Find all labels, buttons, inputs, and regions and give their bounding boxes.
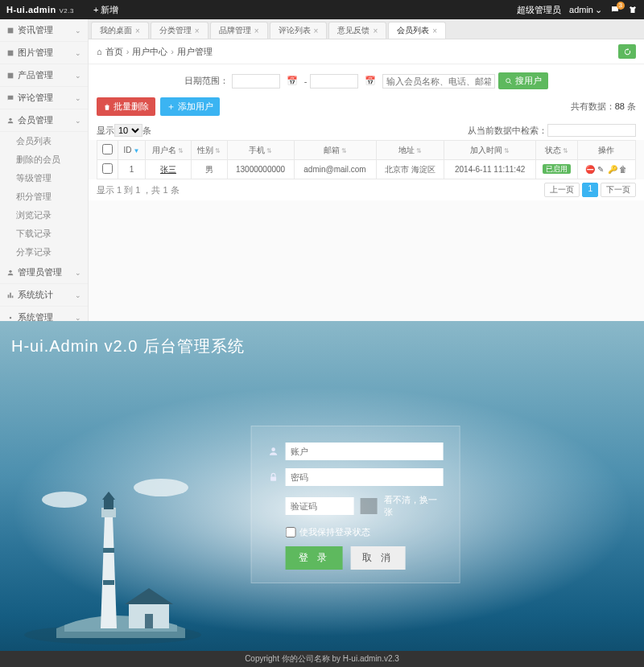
login-button[interactable]: 登 录 (286, 546, 343, 570)
date-from-input[interactable] (232, 74, 280, 89)
sort-icon: ⇅ (266, 147, 272, 154)
tab-brand[interactable]: 品牌管理× (210, 22, 268, 39)
sidebar-sub-member-list[interactable]: 会员列表 (0, 132, 88, 150)
login-panel: H-ui.Admin v2.0 后台管理系统 (0, 321, 644, 667)
cell-phone: 13000000000 (227, 160, 294, 179)
mini-search-label: 从当前数据中检索： (468, 125, 547, 137)
login-title: H-ui.Admin v2.0 后台管理系统 (11, 336, 245, 357)
role-label: 超级管理员 (517, 4, 561, 16)
pager-page-1[interactable]: 1 (582, 183, 598, 197)
svg-point-16 (271, 447, 275, 451)
total-count: 共有数据：88 条 (571, 101, 636, 113)
sidebar-sub-deleted[interactable]: 删除的会员 (0, 150, 88, 169)
password-input[interactable] (286, 468, 444, 486)
op-delete-icon[interactable]: 🗑 (619, 165, 627, 173)
admin-panel: H-ui.admin V2.3 + 新增 超级管理员 admin ⌄ 3 资讯管… (0, 0, 644, 321)
svg-rect-9 (103, 548, 114, 553)
sidebar-item-products[interactable]: 产品管理⌄ (0, 64, 88, 87)
sidebar-item-news[interactable]: 资讯管理⌄ (0, 19, 88, 42)
sidebar-sub-browse[interactable]: 浏览记录 (0, 206, 88, 224)
svg-rect-7 (145, 614, 153, 628)
sort-icon: ⇅ (178, 147, 184, 154)
sidebar-item-members[interactable]: 会员管理⌄ (0, 109, 88, 132)
search-user-button[interactable]: 搜用户 (498, 72, 548, 89)
close-icon[interactable]: × (195, 27, 200, 35)
sidebar-item-system[interactable]: 系统管理⌄ (0, 307, 88, 321)
cancel-button[interactable]: 取 消 (351, 546, 405, 570)
tab-feedback[interactable]: 意见反馈× (328, 22, 386, 39)
add-user-button[interactable]: ＋ 添加用户 (160, 97, 220, 116)
sort-icon: ⇅ (341, 147, 347, 154)
sidebar-sub-level[interactable]: 等级管理 (0, 169, 88, 187)
tab-category[interactable]: 分类管理× (151, 22, 208, 39)
sidebar-item-pictures[interactable]: 图片管理⌄ (0, 42, 88, 64)
refresh-button[interactable] (618, 44, 636, 59)
tab-members[interactable]: 会员列表× (388, 22, 446, 39)
password-field (268, 468, 444, 486)
close-icon[interactable]: × (314, 27, 319, 35)
svg-point-15 (134, 479, 188, 496)
close-icon[interactable]: × (373, 27, 378, 35)
op-pwd-icon[interactable]: 🔑 (608, 165, 616, 173)
remember-row[interactable]: 使我保持登录状态 (286, 526, 444, 538)
sidebar-item-admins[interactable]: 管理员管理⌄ (0, 261, 88, 284)
captcha-image[interactable] (361, 498, 378, 514)
tab-desktop[interactable]: 我的桌面× (91, 22, 149, 39)
messages-icon[interactable]: 3 (610, 5, 620, 14)
user-menu[interactable]: admin ⌄ (569, 5, 602, 15)
sidebar-sub-share[interactable]: 分享记录 (0, 243, 88, 261)
page-size-select[interactable]: 10 (114, 124, 142, 137)
remember-checkbox[interactable] (286, 527, 296, 537)
op-edit-icon[interactable]: ✎ (597, 165, 605, 173)
date-to-input[interactable] (310, 74, 358, 89)
filter-bar: 日期范围： 📅 - 📅 搜用户 (89, 64, 644, 97)
close-icon[interactable]: × (135, 27, 140, 35)
th-status[interactable]: 状态⇅ (535, 141, 577, 160)
sidebar-item-stats[interactable]: 系统统计⌄ (0, 284, 88, 307)
th-name[interactable]: 用户名⇅ (146, 141, 192, 160)
skin-icon[interactable] (628, 5, 638, 14)
th-id[interactable]: ID▼ (118, 141, 145, 160)
sidebar-sub-download[interactable]: 下载记录 (0, 224, 88, 243)
lighthouse-illustration (24, 443, 209, 644)
th-phone[interactable]: 手机⇅ (227, 141, 294, 160)
sidebar-item-comments[interactable]: 评论管理⌄ (0, 87, 88, 109)
th-addr[interactable]: 地址⇅ (376, 141, 444, 160)
show-prefix: 显示 (97, 125, 114, 137)
svg-point-1 (9, 270, 11, 272)
username-input[interactable] (286, 443, 444, 460)
close-icon[interactable]: × (432, 27, 437, 35)
svg-point-3 (506, 78, 510, 82)
calendar-icon[interactable]: 📅 (361, 76, 379, 86)
summary-row: 显示 1 到 1 ，共 1 条 上一页 1 下一页 (89, 179, 644, 200)
svg-marker-8 (101, 516, 117, 628)
calendar-icon[interactable]: 📅 (283, 76, 301, 86)
user-table: ID▼ 用户名⇅ 性别⇅ 手机⇅ 邮箱⇅ 地址⇅ 加入时间⇅ 状态⇅ 操作 1 (97, 140, 636, 179)
captcha-input[interactable] (286, 497, 354, 515)
chevron-down-icon: ⌄ (75, 117, 81, 125)
tab-comments[interactable]: 评论列表× (270, 22, 328, 39)
check-all[interactable] (102, 144, 113, 154)
sidebar: 资讯管理⌄ 图片管理⌄ 产品管理⌄ 评论管理⌄ 会员管理⌄ 会员列表 删除的会员… (0, 19, 89, 321)
close-icon[interactable]: × (254, 27, 259, 35)
th-join[interactable]: 加入时间⇅ (444, 141, 536, 160)
batch-delete-button[interactable]: 批量删除 (97, 97, 155, 116)
cell-name-link[interactable]: 张三 (160, 165, 176, 174)
th-sex[interactable]: 性别⇅ (191, 141, 227, 160)
home-icon: ⌂ (97, 47, 102, 56)
row-check[interactable] (102, 163, 113, 174)
pager-prev[interactable]: 上一页 (544, 183, 580, 197)
refresh-captcha-link[interactable]: 看不清，换一张 (384, 494, 444, 518)
mini-search-input[interactable] (547, 124, 636, 137)
crumb-home[interactable]: 首页 (105, 46, 123, 58)
brand-version: V2.3 (59, 7, 73, 14)
op-disable-icon[interactable]: ⛔ (585, 165, 593, 173)
chevron-down-icon: ⌄ (75, 49, 81, 57)
svg-point-2 (10, 316, 12, 319)
add-new-menu[interactable]: + 新增 (93, 4, 118, 16)
pager-next[interactable]: 下一页 (601, 183, 636, 197)
crumb-usercenter[interactable]: 用户中心 (132, 46, 167, 58)
th-mail[interactable]: 邮箱⇅ (294, 141, 376, 160)
keyword-input[interactable] (382, 74, 495, 89)
sidebar-sub-points[interactable]: 积分管理 (0, 187, 88, 206)
